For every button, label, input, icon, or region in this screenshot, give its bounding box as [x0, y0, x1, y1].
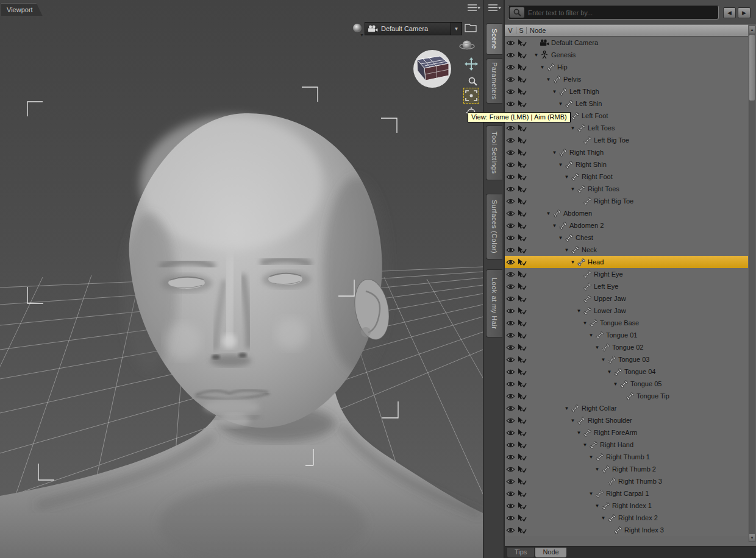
tree-row-left-eye[interactable]: Left Eye: [505, 280, 748, 292]
visibility-eye-icon[interactable]: [505, 356, 516, 363]
zoom-tool-icon[interactable]: [465, 73, 480, 89]
selectable-cursor-icon[interactable]: [516, 502, 527, 510]
node-label[interactable]: Right Thumb 3: [616, 478, 662, 485]
node-label[interactable]: Tongue 01: [604, 331, 637, 339]
visibility-eye-icon[interactable]: [505, 344, 516, 351]
tree-row-head[interactable]: ▼Head: [505, 256, 748, 268]
expand-collapse-arrow-icon[interactable]: ▼: [594, 503, 601, 509]
tree-row-right-thumb-1[interactable]: ▼Right Thumb 1: [505, 451, 748, 463]
side-tab-tool-settings[interactable]: Tool Settings: [486, 125, 502, 180]
tree-row-upper-jaw[interactable]: Upper Jaw: [505, 292, 748, 305]
visibility-eye-icon[interactable]: [505, 295, 516, 302]
visibility-eye-icon[interactable]: [505, 40, 516, 46]
node-label[interactable]: Left Big Toe: [592, 136, 629, 144]
node-label[interactable]: Genesis: [549, 51, 576, 58]
viewport-tab[interactable]: Viewport: [1, 3, 43, 16]
selectable-cursor-icon[interactable]: [516, 210, 527, 217]
pan-tool-icon[interactable]: [463, 56, 479, 72]
node-label[interactable]: Right Index 1: [610, 502, 652, 509]
selectable-cursor-icon[interactable]: [516, 331, 527, 339]
column-visibility[interactable]: V: [505, 27, 516, 34]
selectable-cursor-icon[interactable]: [516, 465, 527, 473]
visibility-eye-icon[interactable]: [505, 393, 516, 400]
expand-collapse-arrow-icon[interactable]: ▼: [582, 442, 588, 448]
expand-collapse-arrow-icon[interactable]: ▼: [557, 101, 564, 107]
expand-collapse-arrow-icon[interactable]: ▼: [588, 454, 594, 460]
expand-collapse-arrow-icon[interactable]: ▼: [569, 125, 576, 131]
node-label[interactable]: Chest: [574, 234, 593, 241]
node-label[interactable]: Right Collar: [580, 404, 616, 412]
viewport-pane[interactable]: Viewport ▼ Default Camera ▼: [0, 0, 483, 558]
scroll-up-arrow-icon[interactable]: ▲: [749, 26, 755, 34]
expand-collapse-arrow-icon[interactable]: ▼: [600, 357, 607, 362]
visibility-eye-icon[interactable]: [505, 320, 516, 327]
selectable-cursor-icon[interactable]: [516, 149, 527, 157]
node-label[interactable]: Right Shin: [574, 161, 607, 168]
visibility-eye-icon[interactable]: [505, 503, 516, 509]
tree-row-default-camera[interactable]: Default Camera: [505, 37, 748, 49]
node-label[interactable]: Right Carpal 1: [604, 490, 649, 497]
node-label[interactable]: Right Foot: [580, 173, 613, 180]
tree-row-right-forearm[interactable]: ▼Right ForeArm: [505, 426, 748, 439]
tree-row-tongue-tip[interactable]: Tongue Tip: [505, 390, 748, 402]
node-label[interactable]: Right Thumb 1: [604, 453, 650, 461]
node-label[interactable]: Tongue 02: [610, 344, 643, 351]
visibility-eye-icon[interactable]: [505, 137, 516, 144]
tree-row-abdomen-2[interactable]: ▼Abdomen 2: [505, 219, 748, 231]
visibility-eye-icon[interactable]: [505, 222, 516, 229]
expand-collapse-arrow-icon[interactable]: ▼: [576, 430, 582, 436]
selectable-cursor-icon[interactable]: [516, 246, 527, 254]
node-label[interactable]: Abdomen 2: [568, 222, 604, 229]
selectable-cursor-icon[interactable]: [516, 344, 527, 351]
viewport-pane-menu-icon[interactable]: [467, 4, 480, 15]
expand-collapse-arrow-icon[interactable]: ▼: [612, 381, 619, 387]
scene-pane-menu-icon[interactable]: [488, 4, 501, 15]
tree-row-tongue-base[interactable]: ▼Tongue Base: [505, 317, 748, 329]
expand-collapse-arrow-icon[interactable]: ▼: [557, 235, 564, 241]
tree-row-right-thumb-3[interactable]: Right Thumb 3: [505, 475, 748, 487]
node-label[interactable]: Tongue Base: [598, 319, 639, 327]
scene-filter-field[interactable]: [508, 5, 719, 19]
expand-collapse-arrow-icon[interactable]: ▼: [594, 345, 601, 350]
node-label[interactable]: Lower Jaw: [592, 307, 626, 314]
scrollbar-thumb[interactable]: [749, 35, 755, 101]
visibility-eye-icon[interactable]: [505, 429, 516, 436]
expand-collapse-arrow-icon[interactable]: ▼: [551, 223, 558, 228]
tree-row-tongue-04[interactable]: ▼Tongue 04: [505, 366, 748, 378]
node-label[interactable]: Right Toes: [586, 185, 619, 192]
tree-row-right-big-toe[interactable]: Right Big Toe: [505, 195, 748, 207]
tree-row-lower-jaw[interactable]: ▼Lower Jaw: [505, 305, 748, 317]
expand-collapse-arrow-icon[interactable]: ▼: [588, 333, 594, 338]
node-label[interactable]: Left Eye: [592, 283, 618, 290]
selectable-cursor-icon[interactable]: [516, 136, 527, 144]
expand-collapse-arrow-icon[interactable]: ▼: [557, 162, 564, 168]
tree-row-right-index-1[interactable]: ▼Right Index 1: [505, 500, 748, 512]
selectable-cursor-icon[interactable]: [516, 39, 527, 47]
tree-row-right-foot[interactable]: ▼Right Foot: [505, 171, 748, 183]
chevron-down-icon[interactable]: ▼: [451, 23, 462, 35]
expand-collapse-arrow-icon[interactable]: ▼: [551, 89, 558, 94]
bottom-tab-node[interactable]: Node: [535, 548, 566, 557]
selectable-cursor-icon[interactable]: [516, 270, 527, 278]
selectable-cursor-icon[interactable]: [516, 283, 527, 291]
selectable-cursor-icon[interactable]: [516, 258, 527, 266]
visibility-eye-icon[interactable]: [505, 174, 516, 180]
selectable-cursor-icon[interactable]: [516, 392, 527, 400]
expand-collapse-arrow-icon[interactable]: ▼: [594, 467, 601, 472]
sphere-gizmo-icon[interactable]: [352, 23, 363, 34]
bottom-tab-tips[interactable]: Tips: [507, 548, 534, 557]
tree-row-chest[interactable]: ▼Chest: [505, 231, 748, 244]
selectable-cursor-icon[interactable]: [516, 100, 527, 108]
selectable-cursor-icon[interactable]: [516, 526, 527, 534]
visibility-eye-icon[interactable]: [505, 186, 516, 192]
selectable-cursor-icon[interactable]: [516, 76, 527, 83]
selectable-cursor-icon[interactable]: [516, 404, 527, 412]
node-label[interactable]: Right Hand: [598, 441, 633, 448]
node-label[interactable]: Abdomen: [562, 210, 592, 217]
pane-group-icon[interactable]: [465, 23, 477, 35]
expand-collapse-arrow-icon[interactable]: ▼: [582, 320, 588, 326]
side-tab-surfaces-color-[interactable]: Surfaces (Color): [486, 194, 502, 260]
tree-row-left-big-toe[interactable]: Left Big Toe: [505, 134, 748, 146]
node-label[interactable]: Tongue 04: [622, 368, 655, 375]
expand-collapse-arrow-icon[interactable]: ▼: [545, 77, 552, 82]
